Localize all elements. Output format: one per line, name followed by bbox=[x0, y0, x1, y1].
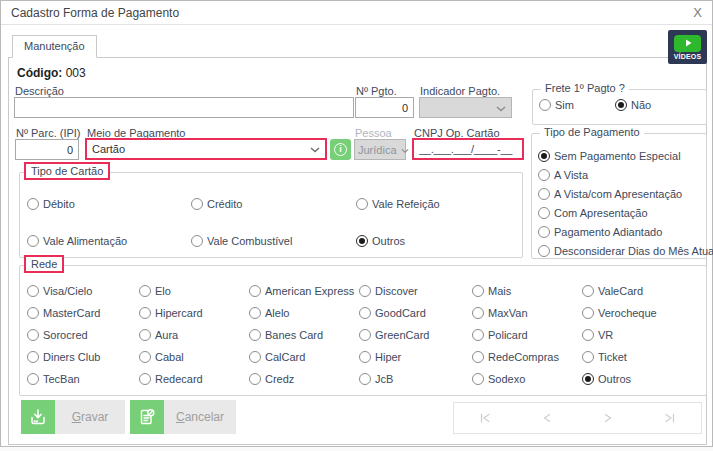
radio-tecban[interactable]: TecBan bbox=[27, 368, 139, 390]
radio-d-bito[interactable]: Débito bbox=[27, 193, 191, 215]
radio-elo[interactable]: Elo bbox=[139, 280, 249, 302]
radio-label: Crédito bbox=[207, 198, 242, 210]
radio-label: JcB bbox=[375, 373, 393, 385]
radio-label: CalCard bbox=[265, 351, 305, 363]
radio-circle-icon bbox=[27, 351, 39, 363]
cancelar-button[interactable]: Cancelar bbox=[130, 400, 236, 434]
radio-label: Diners Club bbox=[43, 351, 100, 363]
last-record-icon[interactable] bbox=[650, 406, 690, 430]
first-record-icon[interactable] bbox=[465, 406, 505, 430]
radio-circle-icon bbox=[538, 169, 550, 181]
radio-label: Sorocred bbox=[43, 329, 88, 341]
meio-pagamento-select[interactable]: Cartão bbox=[85, 138, 327, 160]
radio-circle-icon bbox=[359, 285, 371, 297]
radio-mais[interactable]: Mais bbox=[472, 280, 582, 302]
radio-com-apresenta-o[interactable]: Com Apresentação bbox=[538, 203, 713, 222]
radio-pagamento-adiantado[interactable]: Pagamento Adiantado bbox=[538, 222, 713, 241]
radio-redecompras[interactable]: RedeCompras bbox=[472, 346, 582, 368]
radio-credz[interactable]: Credz bbox=[249, 368, 359, 390]
radio-vr[interactable]: VR bbox=[582, 324, 703, 346]
gravar-button-label: Gravar bbox=[55, 410, 125, 424]
radio-discover[interactable]: Discover bbox=[359, 280, 472, 302]
radio-label: Aura bbox=[155, 329, 178, 341]
radio-label: Vale Refeição bbox=[372, 198, 440, 210]
radio-sodexo[interactable]: Sodexo bbox=[472, 368, 582, 390]
radio-label: Desconsiderar Dias do Mês Atual bbox=[554, 245, 713, 257]
next-record-icon[interactable] bbox=[588, 406, 628, 430]
radio-american-express[interactable]: American Express bbox=[249, 280, 359, 302]
radio-sorocred[interactable]: Sorocred bbox=[27, 324, 139, 346]
radio-mastercard[interactable]: MasterCard bbox=[27, 302, 139, 324]
radio-label: A Vista bbox=[554, 169, 588, 181]
tab-manutencao[interactable]: Manutenção bbox=[12, 35, 97, 58]
radio-circle-icon bbox=[27, 373, 39, 385]
radio-circle-icon bbox=[472, 351, 484, 363]
radio-n-o[interactable]: Não bbox=[615, 99, 651, 111]
radio-sem-pagamento-especial[interactable]: Sem Pagamento Especial bbox=[538, 146, 713, 165]
radio-label: Redecard bbox=[155, 373, 203, 385]
descricao-label: Descrição bbox=[15, 85, 64, 97]
radio-circle-icon bbox=[359, 351, 371, 363]
chevron-down-icon bbox=[496, 102, 506, 114]
frete-group-title: Frete 1º Pagto ? bbox=[541, 82, 629, 94]
radio-circle-icon bbox=[249, 351, 261, 363]
cnpj-input[interactable] bbox=[412, 138, 524, 160]
radio-maxvan[interactable]: MaxVan bbox=[472, 302, 582, 324]
radio-a-vista-com-apresenta-o[interactable]: A Vista/com Apresentação bbox=[538, 184, 713, 203]
info-button[interactable]: i bbox=[330, 139, 351, 160]
gravar-button[interactable]: Gravar bbox=[21, 400, 125, 434]
radio-label: Sodexo bbox=[488, 373, 525, 385]
radio-alelo[interactable]: Alelo bbox=[249, 302, 359, 324]
radio-cabal[interactable]: Cabal bbox=[139, 346, 249, 368]
radio-a-vista[interactable]: A Vista bbox=[538, 165, 713, 184]
radio-jcb[interactable]: JcB bbox=[359, 368, 472, 390]
radio-outros[interactable]: Outros bbox=[582, 368, 703, 390]
radio-label: GreenCard bbox=[375, 329, 429, 341]
radio-label: Vale Combustível bbox=[207, 235, 292, 247]
radio-calcard[interactable]: CalCard bbox=[249, 346, 359, 368]
radio-circle-icon bbox=[472, 373, 484, 385]
radio-hipercard[interactable]: Hipercard bbox=[139, 302, 249, 324]
radio-visa-cielo[interactable]: Visa/Cielo bbox=[27, 280, 139, 302]
radio-label: Banes Card bbox=[265, 329, 323, 341]
radio-valecard[interactable]: ValeCard bbox=[582, 280, 703, 302]
radio-sim[interactable]: Sim bbox=[539, 99, 615, 111]
radio-circle-icon bbox=[139, 285, 151, 297]
radio-goodcard[interactable]: GoodCard bbox=[359, 302, 472, 324]
radio-vale-refei-o[interactable]: Vale Refeição bbox=[356, 193, 517, 215]
descricao-input[interactable] bbox=[14, 97, 354, 118]
radio-redecard[interactable]: Redecard bbox=[139, 368, 249, 390]
radio-diners-club[interactable]: Diners Club bbox=[27, 346, 139, 368]
videos-button[interactable]: VÍDEOS bbox=[668, 30, 707, 64]
radio-banes-card[interactable]: Banes Card bbox=[249, 324, 359, 346]
radio-vale-combust-vel[interactable]: Vale Combustível bbox=[191, 230, 356, 252]
radio-cr-dito[interactable]: Crédito bbox=[191, 193, 356, 215]
radio-circle-icon bbox=[359, 307, 371, 319]
radio-verocheque[interactable]: Verocheque bbox=[582, 302, 703, 324]
radio-policard[interactable]: Policard bbox=[472, 324, 582, 346]
radio-circle-icon bbox=[356, 198, 368, 210]
radio-label: VR bbox=[598, 329, 613, 341]
radio-label: Não bbox=[631, 99, 651, 111]
tipo-cartao-options: DébitoCréditoVale RefeiçãoVale Alimentaç… bbox=[27, 193, 517, 252]
nparc-input[interactable] bbox=[15, 139, 79, 160]
radio-label: Débito bbox=[43, 198, 75, 210]
radio-label: Outros bbox=[598, 373, 631, 385]
radio-circle-icon bbox=[249, 307, 261, 319]
npgto-input[interactable] bbox=[355, 97, 414, 118]
radio-aura[interactable]: Aura bbox=[139, 324, 249, 346]
radio-circle-icon bbox=[582, 351, 594, 363]
pessoa-select[interactable]: Jurídica bbox=[354, 139, 406, 160]
radio-greencard[interactable]: GreenCard bbox=[359, 324, 472, 346]
close-icon[interactable]: X bbox=[693, 5, 702, 20]
radio-label: Hiper bbox=[375, 351, 401, 363]
radio-hiper[interactable]: Hiper bbox=[359, 346, 472, 368]
radio-label: Pagamento Adiantado bbox=[554, 226, 662, 238]
indicador-select[interactable] bbox=[419, 97, 512, 118]
radio-desconsiderar-dias-do-m-s-atual[interactable]: Desconsiderar Dias do Mês Atual bbox=[538, 241, 713, 260]
radio-vale-alimenta-o[interactable]: Vale Alimentação bbox=[27, 230, 191, 252]
radio-outros[interactable]: Outros bbox=[356, 230, 517, 252]
radio-ticket[interactable]: Ticket bbox=[582, 346, 703, 368]
radio-circle-icon bbox=[582, 373, 594, 385]
prior-record-icon[interactable] bbox=[527, 406, 567, 430]
